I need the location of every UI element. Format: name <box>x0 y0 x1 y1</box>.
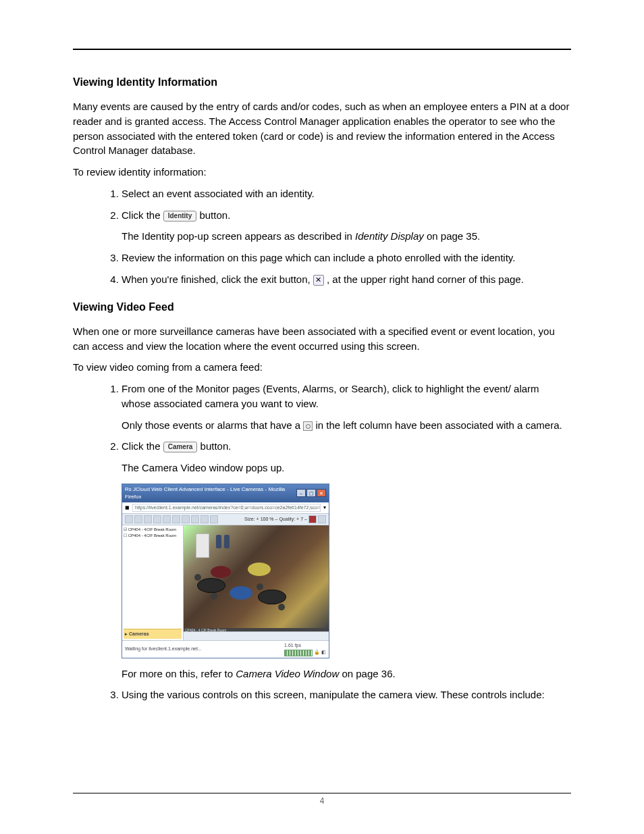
addr-dropdown-icon: ▾ <box>323 504 326 512</box>
step-click-camera: Click the Camera button. <box>122 439 571 454</box>
note-text-a: The Identity pop-up screen appears as de… <box>122 230 355 242</box>
lock-icon: 🔒 <box>314 650 320 654</box>
ref-text-a: For more on this, refer to <box>122 668 236 679</box>
heading-viewing-identity: Viewing Identity Information <box>73 74 571 90</box>
floor-tile-yellow <box>248 563 271 576</box>
figure-camera-video-window: Rs JCloud Web Client Advanced Interface … <box>122 484 329 658</box>
step-manipulate-controls: Using the various controls on this scree… <box>122 687 571 702</box>
status-fps: 1.61 fps <box>284 643 301 648</box>
camera-row-1: ☑ CP404 - 4CIF Break Room <box>124 527 182 533</box>
note-camera-window-pops: The Camera Video window pops up. <box>122 461 571 475</box>
para-intro-video: When one or more surveillance cameras ha… <box>73 324 571 354</box>
figure-addressbar: ◼ https://liveclient.1.example.net/camer… <box>122 502 329 514</box>
tool-layout8-icon <box>210 515 218 523</box>
text-step1-video: From one of the Monitor pages (Events, A… <box>122 383 539 409</box>
figure-statusbar: Waiting for liveclient.1.example.net... … <box>122 640 329 657</box>
tool-layout6-icon <box>191 515 199 523</box>
progress-bar-icon <box>284 650 313 656</box>
chair-shape-2 <box>211 593 217 600</box>
fridge-shape <box>196 533 209 558</box>
tool-layout4-icon <box>172 515 180 523</box>
cameras-label: Cameras <box>129 631 149 636</box>
step-click-identity: Click the Identity button. The Identity … <box>122 208 571 244</box>
em-identity-display: Identity Display <box>355 230 424 242</box>
heading-viewing-video: Viewing Video Feed <box>73 299 571 315</box>
camera-record-icon <box>303 421 313 431</box>
page-number: 4 <box>0 796 644 807</box>
camera-row-2: ☐ CP404 - 4CIF Break Room <box>124 533 182 539</box>
camera-button-icon: Camera <box>163 442 198 452</box>
tool-layout5-icon <box>182 515 190 523</box>
table-shape-2 <box>258 590 286 604</box>
top-rule <box>73 49 571 50</box>
note-camera-only: Only those events or alarms that have a … <box>122 418 571 433</box>
size-unit: % – <box>269 516 277 523</box>
text-click-camera-a: Click the <box>122 440 163 452</box>
text-click-the: Click the <box>122 209 163 221</box>
step-highlight-event: From one of the Monitor pages (Events, A… <box>122 382 571 432</box>
para-intro-identity: Many events are caused by the entry of c… <box>73 99 571 158</box>
em-camera-video-window: Camera Video Window <box>236 668 339 679</box>
bottom-rule <box>73 793 571 793</box>
table-shape-1 <box>197 578 225 593</box>
note-identity-popup: The Identity pop-up screen appears as de… <box>122 229 571 244</box>
window-max-icon: ▢ <box>306 489 316 497</box>
status-left-text: Waiting for liveclient.1.example.net... <box>125 646 202 652</box>
tool-search-icon <box>134 515 142 523</box>
person-shape-2 <box>224 535 230 548</box>
figure-sidebar: ☑ CP404 - 4CIF Break Room ☐ CP404 - 4CIF… <box>122 525 184 640</box>
window-close-icon: ✕ <box>317 489 326 497</box>
video-feed-image <box>184 525 329 628</box>
note-cam-a: Only those events or alarms that have a <box>122 419 303 431</box>
tool-layout1-icon <box>144 515 152 523</box>
note-cam-b: in the left column have been associated … <box>315 419 562 431</box>
tool-flag-icon <box>308 515 317 523</box>
figure-titlebar: Rs JCloud Web Client Advanced Interface … <box>122 484 329 502</box>
text-exit-b: , at the upper right hand corner of this… <box>327 273 524 285</box>
tool-layout3-icon <box>163 515 171 523</box>
para-lead-video: To view video coming from a camera feed: <box>73 360 571 375</box>
chair-shape-4 <box>278 604 285 610</box>
tool-layout2-icon <box>153 515 161 523</box>
step-review-info: Review the information on this page whic… <box>122 251 571 265</box>
tool-grid-icon <box>125 515 133 523</box>
para-lead-identity: To review identity information: <box>73 165 571 180</box>
text-button-suffix: button. <box>199 209 230 221</box>
favicon-icon: ◼ <box>125 504 130 512</box>
cameras-panel-header: ▸ Cameras <box>124 629 182 639</box>
step-select-event: Select an event associated with an ident… <box>122 186 571 201</box>
identity-button-icon: Identity <box>163 211 197 221</box>
ref-camera-video-window: For more on this, refer to Camera Video … <box>122 667 571 681</box>
text-click-camera-b: button. <box>200 440 232 452</box>
ref-text-b: on page 36. <box>339 668 395 679</box>
text-exit-a: When you're finished, click the exit but… <box>122 273 313 285</box>
chair-shape-3 <box>257 583 263 590</box>
figure-url-text: https://liveclient.1.example.net/cameras… <box>132 504 321 512</box>
quality-tail: – <box>304 516 307 523</box>
figure-video-panel: CP404 - 4 CIF Break Room <box>184 525 329 640</box>
video-scrollbar <box>184 631 329 640</box>
figure-toolbar: Size: + 100 % – Quality: + 7 – <box>122 514 329 525</box>
person-shape-1 <box>216 535 221 548</box>
tool-full-icon <box>318 515 326 523</box>
window-min-icon: – <box>296 489 306 497</box>
quality-value: 7 <box>300 516 303 523</box>
step-finished-exit: When you're finished, click the exit but… <box>122 272 571 287</box>
note-text-b: on page 35. <box>424 230 480 242</box>
size-label: Size: + <box>244 516 259 523</box>
quality-label: Quality: + <box>279 516 299 523</box>
floor-tile-blue <box>230 586 252 600</box>
status-square-icon: ◧ <box>321 650 326 654</box>
figure-title-text: Rs JCloud Web Client Advanced Interface … <box>125 486 296 501</box>
size-value: 100 <box>261 516 269 523</box>
floor-tile-red <box>211 566 231 578</box>
tool-layout7-icon <box>200 515 209 523</box>
close-x-icon: ✕ <box>313 275 324 286</box>
